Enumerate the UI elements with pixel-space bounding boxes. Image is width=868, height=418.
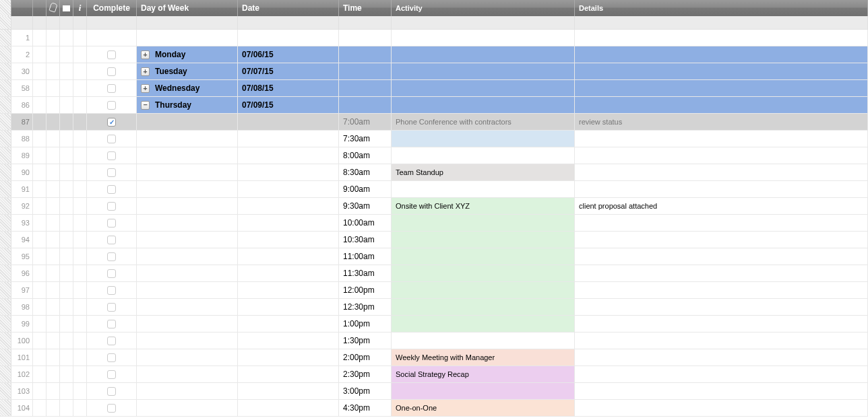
expand-icon[interactable]: +: [141, 84, 150, 93]
activity-cell[interactable]: [392, 30, 575, 46]
time-cell[interactable]: 9:30am: [339, 198, 392, 214]
row-flag-cell[interactable]: [73, 383, 87, 399]
header-time[interactable]: Time: [339, 0, 392, 16]
row-flag-cell[interactable]: [33, 400, 46, 416]
activity-cell[interactable]: [392, 282, 575, 298]
header-details[interactable]: Details: [575, 0, 868, 16]
row-flag-cell[interactable]: [60, 198, 73, 214]
complete-checkbox[interactable]: [107, 252, 116, 261]
activity-cell[interactable]: [392, 215, 575, 231]
table-row[interactable]: 2+Monday07/06/15: [0, 46, 868, 63]
complete-cell[interactable]: [87, 46, 137, 63]
day-cell[interactable]: [137, 265, 238, 281]
row-flag-cell[interactable]: [46, 316, 60, 332]
activity-cell[interactable]: [392, 131, 575, 147]
complete-checkbox[interactable]: [107, 236, 116, 244]
details-cell[interactable]: [575, 299, 868, 315]
time-cell[interactable]: 12:30pm: [339, 299, 392, 315]
table-row[interactable]: 887:30am: [0, 131, 868, 147]
complete-checkbox[interactable]: [107, 168, 116, 177]
date-cell[interactable]: [238, 366, 339, 382]
complete-cell[interactable]: [87, 147, 137, 164]
date-cell[interactable]: 07/06/15: [238, 46, 339, 63]
date-cell[interactable]: [238, 147, 339, 164]
row-flag-cell[interactable]: [33, 299, 46, 315]
details-cell[interactable]: [575, 46, 868, 63]
row-handle[interactable]: [0, 248, 11, 265]
time-cell[interactable]: 2:00pm: [339, 349, 392, 365]
activity-cell[interactable]: Team Standup: [392, 164, 575, 180]
row-handle[interactable]: [0, 114, 11, 130]
time-cell[interactable]: 4:30pm: [339, 400, 392, 416]
row-flag-cell[interactable]: [73, 333, 87, 349]
row-flag-cell[interactable]: [33, 282, 46, 298]
row-flag-cell[interactable]: [73, 349, 87, 365]
row-flag-cell[interactable]: [33, 63, 46, 79]
time-cell[interactable]: 7:00am: [339, 114, 392, 130]
time-cell[interactable]: 10:30am: [339, 232, 392, 248]
row-handle[interactable]: [0, 181, 11, 197]
complete-cell[interactable]: [87, 316, 137, 332]
details-cell[interactable]: [575, 366, 868, 382]
row-flag-cell[interactable]: [60, 333, 73, 349]
time-cell[interactable]: 7:30am: [339, 131, 392, 147]
time-cell[interactable]: 9:00am: [339, 181, 392, 197]
expand-icon[interactable]: +: [141, 50, 150, 59]
details-cell[interactable]: [575, 215, 868, 231]
details-cell[interactable]: [575, 383, 868, 399]
day-cell[interactable]: [137, 400, 238, 416]
row-flag-cell[interactable]: [60, 316, 73, 332]
collapse-icon[interactable]: −: [141, 101, 150, 110]
complete-checkbox[interactable]: [107, 353, 116, 362]
complete-checkbox[interactable]: [107, 337, 116, 345]
row-flag-cell[interactable]: [46, 181, 60, 197]
complete-cell[interactable]: [87, 383, 137, 399]
details-cell[interactable]: review status: [575, 114, 868, 130]
row-flag-cell[interactable]: [46, 30, 60, 46]
attachment-icon[interactable]: [46, 0, 60, 16]
table-row[interactable]: 1: [0, 30, 868, 46]
complete-cell[interactable]: [87, 232, 137, 248]
complete-cell[interactable]: [87, 265, 137, 281]
time-cell[interactable]: 8:30am: [339, 164, 392, 180]
row-handle[interactable]: [0, 164, 11, 180]
details-cell[interactable]: [575, 181, 868, 197]
row-flag-cell[interactable]: [46, 349, 60, 365]
date-cell[interactable]: 07/08/15: [238, 80, 339, 96]
row-flag-cell[interactable]: [46, 383, 60, 399]
row-handle[interactable]: [0, 131, 11, 147]
complete-checkbox[interactable]: [107, 286, 116, 295]
details-cell[interactable]: [575, 282, 868, 298]
date-cell[interactable]: [238, 30, 339, 46]
table-row[interactable]: 929:30amOnsite with Client XYZclient pro…: [0, 198, 868, 215]
header-blank-icon[interactable]: [33, 0, 46, 16]
row-flag-cell[interactable]: [33, 349, 46, 365]
row-flag-cell[interactable]: [73, 265, 87, 281]
row-flag-cell[interactable]: [60, 215, 73, 231]
activity-cell[interactable]: [392, 97, 575, 113]
time-cell[interactable]: 8:00am: [339, 147, 392, 164]
table-row[interactable]: 58+Wednesday07/08/15: [0, 80, 868, 97]
complete-cell[interactable]: [87, 282, 137, 298]
row-flag-cell[interactable]: [73, 147, 87, 164]
row-flag-cell[interactable]: [60, 400, 73, 416]
details-cell[interactable]: [575, 333, 868, 349]
details-cell[interactable]: [575, 248, 868, 265]
time-cell[interactable]: 12:00pm: [339, 282, 392, 298]
time-cell[interactable]: 11:00am: [339, 248, 392, 265]
row-flag-cell[interactable]: [73, 232, 87, 248]
table-row[interactable]: 991:00pm: [0, 316, 868, 333]
row-flag-cell[interactable]: [60, 248, 73, 265]
row-flag-cell[interactable]: [73, 316, 87, 332]
date-cell[interactable]: [238, 198, 339, 214]
complete-cell[interactable]: [87, 366, 137, 382]
complete-cell[interactable]: [87, 248, 137, 265]
row-flag-cell[interactable]: [46, 80, 60, 96]
row-flag-cell[interactable]: [33, 198, 46, 214]
day-cell[interactable]: [137, 164, 238, 180]
row-flag-cell[interactable]: [33, 97, 46, 113]
row-flag-cell[interactable]: [33, 131, 46, 147]
details-cell[interactable]: [575, 131, 868, 147]
day-cell[interactable]: [137, 248, 238, 265]
date-cell[interactable]: 07/07/15: [238, 63, 339, 79]
